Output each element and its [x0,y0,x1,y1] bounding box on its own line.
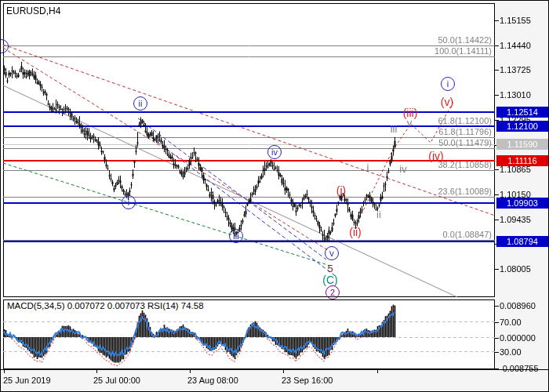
macd-axis-label: 30.00 [500,347,522,357]
fibonacci-level-label: 50.0(1.11479) [438,138,492,147]
wave-label-red: (ii) [349,226,362,238]
price-axis-label: 1.13725 [500,65,531,74]
date-axis-label: 25 Jul 00:00 [93,376,140,385]
wave-label-gray: v [407,117,413,129]
wave-label-circled-blue: i [441,77,455,91]
macd-axis-label: 0.008960 [500,301,536,310]
wave-label-gray: ii [376,209,381,220]
price-level-badge: 1.08794 [496,236,548,247]
price-axis-label: 1.14440 [500,41,531,50]
wave-label-terminal: 2 [325,285,340,299]
wave-label-circled-blue: v [325,246,339,260]
price-axis-label: 1.09435 [500,215,531,224]
price-level-badge: 1.09903 [496,198,548,209]
wave-label-gray: iii [391,123,398,135]
fibonacci-level-label: 23.6(1.10089) [438,187,493,196]
fibonacci-level-label: 61.8(1.11796) [438,127,492,136]
price-level-badge: 1.12514 [496,107,548,118]
fibonacci-level-label: 50.0(1.14422) [438,35,493,45]
wave-label-red: (i) [336,184,346,197]
wave-label-circled-blue: i [122,195,136,209]
price-level-badge: 1.12100 [496,121,548,132]
price-level-badge: 1.11116 [496,155,548,166]
date-axis-label: 23 Sep 16:00 [282,376,333,385]
wave-label-terminal: (C) [322,274,337,286]
macd-axis-label: -0.008755 [500,364,539,373]
date-axis-label: 23 Aug 08:00 [187,376,238,385]
date-axis-label: 25 Jun 2019 [3,376,51,385]
price-axis-label: 1.13010 [500,90,531,100]
macd-axis-label: 70.00 [500,318,522,327]
wave-label-red: (iv) [428,150,443,162]
wave-label-circled-blue: ii [133,96,147,111]
current-price-badge: 1.11590 [496,139,548,150]
wave-label-circled-blue: iii [229,229,243,243]
fibonacci-level-label: 61.8(1.12100) [438,116,493,125]
fibonacci-level-label: 0.0(1.08847) [443,230,492,239]
chart-canvas[interactable] [1,1,549,392]
indicator-values-label: MACD(5,34,5) 0.007072 0.007073 RSI(14) 7… [5,301,205,310]
fibonacci-level-label: 38.2(1.10858) [438,160,493,169]
fibonacci-level-label: 100.0(1.14111) [434,46,492,56]
price-axis-label: 1.15155 [500,16,531,25]
wave-label-circled-blue: iv [267,145,282,159]
wave-label-terminal: 5 [327,263,333,274]
macd-axis-label: 0.000000 [500,333,536,343]
symbol-timeframe-label: EURUSD,H4 [6,5,60,16]
wave-label-gray: i [367,162,369,173]
price-axis-label: 1.08005 [500,264,531,274]
chart-window: EURUSD,H4 MACD(5,34,5) 0.007072 0.007073… [0,0,549,392]
wave-label-gray: iv [399,163,406,175]
wave-label-red: (v) [441,96,453,108]
